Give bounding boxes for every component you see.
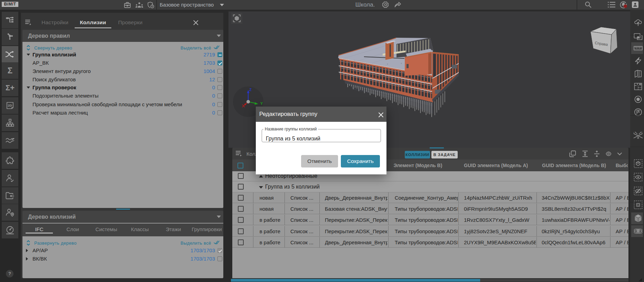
svg-text:Z: Z xyxy=(249,88,252,92)
svg-text:2: 2 xyxy=(641,131,643,134)
svg-text:Y: Y xyxy=(260,101,263,106)
svg-text:1: 1 xyxy=(633,132,635,134)
svg-text:2D: 2D xyxy=(8,103,12,107)
